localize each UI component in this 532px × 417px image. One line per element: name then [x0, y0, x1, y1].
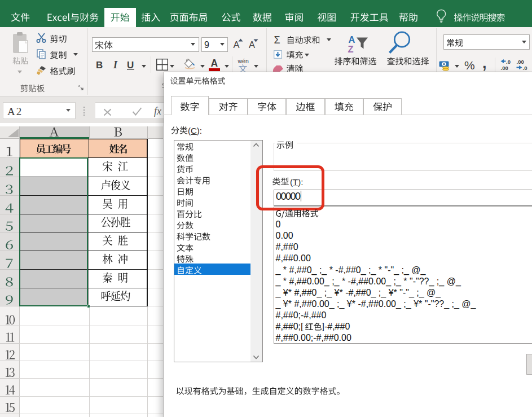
svg-text:.0: .0 — [523, 65, 527, 71]
svg-text:.00: .00 — [501, 65, 508, 71]
svg-text:.0: .0 — [506, 59, 511, 65]
svg-text:.00: .00 — [517, 59, 524, 65]
